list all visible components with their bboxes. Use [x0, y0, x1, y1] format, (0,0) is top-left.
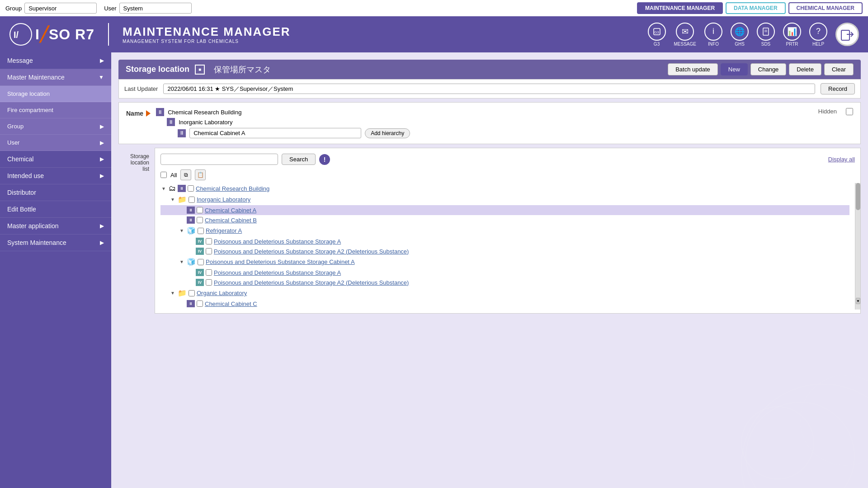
message-btn[interactable]: ✉ MESSAGE	[674, 23, 696, 47]
g3-btn[interactable]: G3 G3	[648, 23, 666, 47]
prtr-icon: 📊	[783, 23, 801, 41]
sidebar-item-intended-use[interactable]: Intended use ▶	[0, 168, 111, 184]
cb-pdssa[interactable]	[206, 238, 212, 244]
expand-cca-icon	[179, 207, 185, 213]
header-icons: G3 G3 ✉ MESSAGE i INFO 🌐 GHS SDS 📊 PRTR …	[648, 23, 859, 47]
sidebar-item-user[interactable]: User ▶	[0, 135, 111, 151]
cb-crb[interactable]	[188, 185, 194, 192]
level3-input[interactable]	[189, 128, 361, 138]
sidebar-item-message[interactable]: Message ▶	[0, 52, 111, 69]
cb-ol[interactable]	[189, 290, 195, 296]
tree-node-cca[interactable]: II Chemical Cabinet A	[160, 205, 849, 215]
nav-buttons: MAINTENANCE MANAGER DATA MANAGER CHEMICA…	[637, 2, 863, 14]
tree-node-pdssca[interactable]: ▼ 🧊 Poisonous and Deleterious Substance …	[160, 256, 849, 267]
tree-node-ccc[interactable]: II Chemical Cabinet C	[160, 299, 849, 309]
type-pdssa2-icon: IV	[196, 248, 204, 255]
chevron-right-icon: ▶	[100, 57, 104, 64]
display-all-link[interactable]: Display all	[828, 156, 855, 163]
page-title: Storage location	[126, 65, 189, 74]
group-input[interactable]	[24, 3, 97, 14]
tree-node-rb[interactable]: II Refrigerator B	[160, 309, 849, 310]
sidebar-item-master-maintenance[interactable]: Master Maintenance ▼	[0, 69, 111, 86]
copy-btn[interactable]: ⧉	[180, 169, 191, 180]
paste-btn[interactable]: 📋	[195, 169, 206, 180]
last-updater-label: Last Updater	[124, 85, 158, 92]
scrollbar-track[interactable]: ▼	[855, 183, 860, 310]
data-manager-btn[interactable]: DATA MANAGER	[726, 2, 785, 14]
select-all-checkbox[interactable]	[160, 172, 167, 178]
clear-btn[interactable]: Clear	[824, 63, 854, 75]
tree-node-il[interactable]: ▼ 📁 Inorganic Laboratory	[160, 194, 849, 205]
cb-pdssca-a2[interactable]	[206, 279, 212, 286]
tree-node-pdssa2[interactable]: IV Poisonous and Deleterious Substance S…	[160, 246, 849, 256]
tree-node-pdssca-a2[interactable]: IV Poisonous and Deleterious Substance S…	[160, 277, 849, 287]
label-pdssa: Poisonous and Deleterious Substance Stor…	[214, 238, 341, 245]
hidden-checkbox[interactable]	[846, 108, 853, 115]
svg-rect-7	[841, 30, 849, 40]
user-input[interactable]	[119, 3, 192, 14]
cb-ra[interactable]	[198, 228, 204, 234]
sidebar-item-system-maintenance[interactable]: System Maintenance ▶	[0, 235, 111, 251]
expand-ccc-icon	[179, 300, 185, 307]
change-btn[interactable]: Change	[750, 63, 787, 75]
cb-pdssca[interactable]	[198, 259, 204, 265]
expand-ccb-icon	[179, 217, 185, 223]
type-crb-icon: II	[178, 185, 186, 192]
cb-pdssca-a[interactable]	[206, 269, 212, 276]
delete-btn[interactable]: Delete	[789, 63, 821, 75]
scrollbar-thumb[interactable]	[856, 183, 860, 210]
label-pdssa2: Poisonous and Deleterious Substance Stor…	[214, 248, 409, 255]
svg-text:G3: G3	[654, 30, 659, 34]
alert-icon: !	[319, 154, 330, 165]
info-btn[interactable]: i INFO	[704, 23, 722, 47]
sidebar-item-distributor[interactable]: Distributor	[0, 184, 111, 201]
cb-il[interactable]	[189, 197, 195, 203]
exit-btn[interactable]	[835, 23, 859, 46]
select-all-bar: All ⧉ 📋	[155, 169, 860, 183]
scroll-down-btn[interactable]: ▼	[856, 298, 860, 304]
add-hierarchy-btn[interactable]: Add hierarchy	[365, 128, 410, 138]
sds-btn[interactable]: SDS	[757, 23, 775, 47]
page-header: Storage location ■ 保管場所マスタ Batch update …	[118, 60, 861, 79]
svg-text:I/: I/	[14, 30, 19, 40]
sidebar-label-message: Message	[7, 57, 33, 64]
message-icon: ✉	[676, 23, 694, 41]
search-input[interactable]	[160, 154, 278, 165]
tree-node-pdssa[interactable]: IV Poisonous and Deleterious Substance S…	[160, 236, 849, 246]
tree-node-crb[interactable]: ▼ 🗂 II Chemical Research Building	[160, 183, 849, 194]
sidebar-item-chemical[interactable]: Chemical ▶	[0, 151, 111, 168]
chemical-manager-btn[interactable]: CHEMICAL MANAGER	[788, 2, 863, 14]
tree-node-ol[interactable]: ▼ 📁 Organic Laboratory	[160, 287, 849, 299]
fridge-pdssca-icon: 🧊	[187, 258, 196, 266]
chevron-right-icon-5: ▶	[100, 173, 104, 179]
sidebar-item-fire-compartment[interactable]: Fire compartment	[0, 102, 111, 118]
sidebar-item-storage-location[interactable]: Storage location	[0, 86, 111, 102]
last-updater-input[interactable]	[163, 84, 815, 94]
name-section: Name II Chemical Research Building II In…	[118, 102, 861, 144]
cb-ccc[interactable]	[197, 300, 203, 307]
storage-list-label-area: Storage locationlist	[118, 148, 155, 314]
cb-cca[interactable]	[197, 207, 203, 213]
new-btn[interactable]: New	[721, 63, 748, 75]
user-label: User	[104, 5, 116, 12]
prtr-label: PRTR	[786, 42, 798, 47]
label-ccc: Chemical Cabinet C	[205, 300, 257, 307]
cb-ccb[interactable]	[197, 217, 203, 223]
maintenance-manager-btn[interactable]: MAINTENANCE MANAGER	[637, 2, 723, 14]
ghs-btn[interactable]: 🌐 GHS	[731, 23, 749, 47]
batch-update-btn[interactable]: Batch update	[668, 63, 718, 75]
record-btn[interactable]: Record	[821, 83, 855, 94]
tree-node-pdssca-a[interactable]: IV Poisonous and Deleterious Substance S…	[160, 267, 849, 277]
sidebar-item-master-application[interactable]: Master application ▶	[0, 218, 111, 235]
tree-node-ccb[interactable]: II Chemical Cabinet B	[160, 215, 849, 225]
sidebar-item-group[interactable]: Group ▶	[0, 118, 111, 135]
cb-pdssa2[interactable]	[206, 248, 212, 254]
sidebar-item-edit-bottle[interactable]: Edit Bottle	[0, 201, 111, 218]
g3-icon: G3	[648, 23, 666, 41]
search-btn[interactable]: Search	[282, 154, 316, 165]
tree-node-ra[interactable]: ▼ 🧊 Refrigerator A	[160, 225, 849, 236]
label-cca: Chemical Cabinet A	[205, 207, 256, 214]
name-arrow-icon	[146, 110, 151, 117]
prtr-btn[interactable]: 📊 PRTR	[783, 23, 801, 47]
help-btn[interactable]: ? HELP	[809, 23, 827, 47]
